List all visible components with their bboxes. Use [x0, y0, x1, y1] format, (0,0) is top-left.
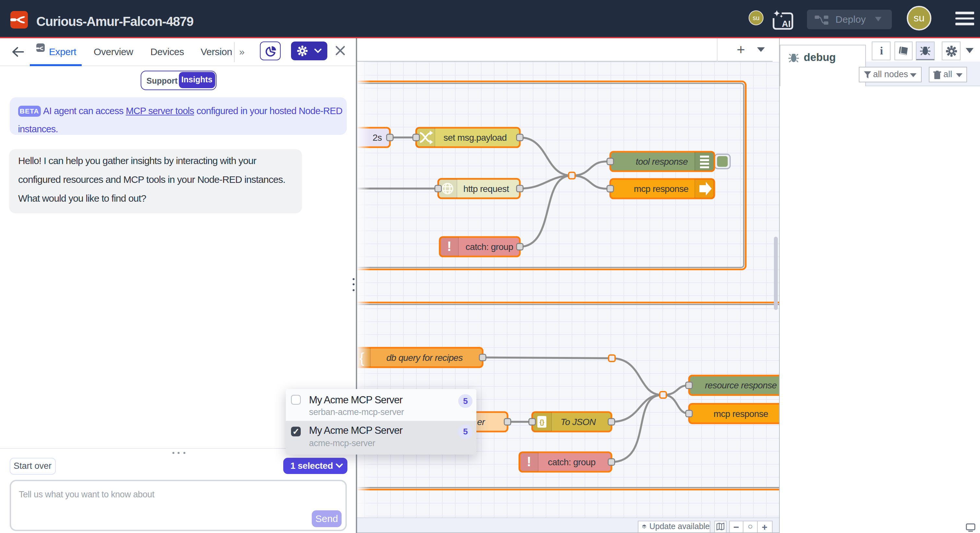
svg-text:To JSON: To JSON — [561, 417, 596, 427]
svg-text:i: i — [880, 45, 883, 56]
svg-text:!: ! — [447, 238, 451, 254]
svg-text:catch: group: catch: group — [466, 241, 513, 252]
svg-text:er: er — [477, 417, 485, 427]
svg-text:resource response: resource response — [705, 380, 777, 390]
svg-text:tool response: tool response — [636, 156, 688, 166]
svg-text:set msg.payload: set msg.payload — [444, 132, 507, 142]
svg-text:!: ! — [527, 453, 531, 469]
svg-text:mcp response: mcp response — [714, 409, 768, 418]
svg-text:db query for recipes: db query for recipes — [386, 353, 463, 362]
svg-text:http request: http request — [463, 184, 509, 193]
svg-text:{}: {} — [539, 418, 544, 425]
svg-text:catch: group: catch: group — [548, 457, 596, 467]
svg-text:mcp response: mcp response — [634, 184, 689, 193]
svg-text:AI: AI — [782, 19, 791, 29]
svg-text:2s: 2s — [373, 132, 382, 142]
